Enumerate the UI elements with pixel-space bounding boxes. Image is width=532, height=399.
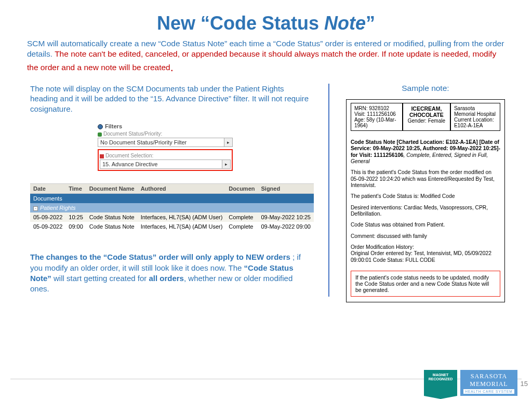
filters-panel: Filters Document Status/Priority: No Doc… [98,123,233,171]
sample-note-heading: Sample note: [346,84,505,93]
column-divider [328,84,329,297]
magnet-badge: MAGNETRECOGNIZED [424,370,457,396]
note-title-line: Code Status Note [Charted Location: E102… [351,139,500,165]
note-p5: Comment: discussed with family [351,233,500,240]
slide-intro: SCM will automatically create a new “Cod… [0,34,532,74]
filter-status-dropdown[interactable]: No Document Status/Priority Filter ▸ [98,138,233,147]
note-p1: This is the patient's Code Status from t… [351,169,500,189]
table-header-row: Date Time Document Name Authored Documen… [30,184,314,194]
filter-label-selection: Document Selection: [100,153,231,158]
filter-selection-dropdown[interactable]: 15. Advance Directive ▸ [100,159,231,169]
filter-status-value: No Document Status/Priority Filter [98,138,224,147]
documents-table: Date Time Document Name Authored Documen… [30,183,314,231]
key-icon [98,132,102,137]
note-p2: The patient's Code Status is: Modified C… [351,193,500,200]
note-p7: Original Order entered by: Test, Intensi… [351,250,500,263]
title-pre: New “Code Status [157,12,324,34]
filter-label-status: Document Status/Priority: [98,131,233,137]
table-row[interactable]: 05-09-2022 10:25 Code Status Note Interf… [30,212,314,222]
title-italic: Note [324,12,366,34]
intro-period: . [170,61,174,74]
col-status: Documen [225,184,258,194]
sample-note: MRN: 9328102 Visit: 1111256106 Age: 58y … [346,99,505,302]
col-time: Time [65,184,86,194]
filters-icon [98,124,103,129]
col-date: Date [30,184,65,194]
note-body: Code Status Note [Charted Location: E102… [351,139,500,297]
flag-icon [100,154,104,158]
col-authored: Authored [138,184,226,194]
note-header-patient: ICECREAM, CHOCOLATE Gender: Female [403,103,450,131]
title-post: ” [366,12,375,34]
left-para-1: The note will display on the SCM Documen… [30,84,314,114]
note-p4: Code Status was obtained from Patient. [351,222,500,228]
col-signed: Signed [258,184,313,194]
collapse-icon[interactable]: - [33,206,38,211]
patient-rights-band[interactable]: -Patient Rights [30,203,314,212]
note-header-location: Sarasota Memorial Hospital Current Locat… [450,103,500,131]
slide-footer: MAGNETRECOGNIZED SARASOTA MEMORIAL HEALT… [0,370,532,399]
documents-band[interactable]: Documents [30,194,314,204]
page-number: 15 [521,380,528,388]
smh-logo: SARASOTA MEMORIAL HEALTH CARE SYSTEM [460,370,517,396]
dropdown-arrow-icon[interactable]: ▸ [224,138,233,147]
col-docname: Document Name [86,184,138,194]
intro-red: The note can't be edited, canceled, or a… [27,49,496,72]
filter-selection-highlight: Document Selection: 15. Advance Directiv… [98,149,233,171]
table-row[interactable]: 05-09-2022 09:00 Code Status Note Interf… [30,222,314,231]
slide-title: New “Code Status Note” [0,0,532,34]
note-header: MRN: 9328102 Visit: 1111256106 Age: 58y … [351,103,500,131]
note-p3: Desired interventions: Cardiac Meds, Vas… [351,205,500,218]
filters-heading: Filters [98,123,233,129]
note-p6: Order Modification History: [351,244,500,250]
filter-selection-value: 15. Advance Directive [100,159,222,169]
note-header-demographics: MRN: 9328102 Visit: 1111256106 Age: 58y … [351,103,403,131]
left-para-2: The changes to the “Code Status” order w… [30,252,314,294]
dropdown-arrow-icon[interactable]: ▸ [222,159,231,169]
note-footnote: If the patient's code status needs to be… [351,271,500,297]
